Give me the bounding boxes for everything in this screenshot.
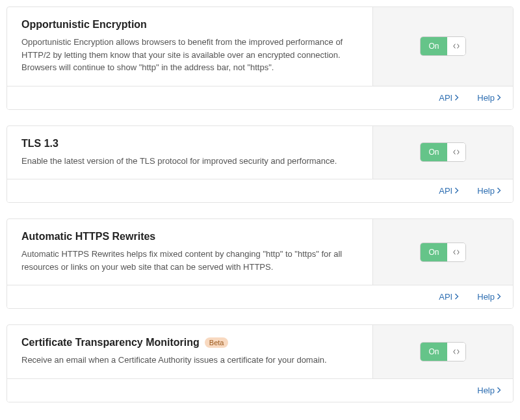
setting-description: Automatic HTTPS Rewrites helps fix mixed…	[21, 248, 358, 273]
caret-right-icon	[454, 93, 459, 103]
caret-right-icon	[497, 93, 501, 103]
setting-card: Automatic HTTPS RewritesAutomatic HTTPS …	[6, 218, 514, 309]
api-link-label: API	[439, 186, 452, 196]
setting-title-text: TLS 1.3	[21, 138, 58, 150]
setting-title-text: Automatic HTTPS Rewrites	[21, 231, 155, 243]
card-footer: APIHelp	[7, 285, 513, 308]
toggle-switch[interactable]: On	[420, 142, 465, 162]
setting-title: Opportunistic Encryption	[21, 19, 358, 31]
toggle-on-label: On	[421, 343, 447, 361]
toggle-arrows-icon	[447, 37, 465, 55]
card-footer: APIHelp	[7, 179, 513, 202]
api-link[interactable]: API	[439, 93, 459, 103]
setting-card: Opportunistic EncryptionOpportunistic En…	[6, 7, 514, 110]
toggle-switch[interactable]: On	[420, 243, 465, 262]
caret-right-icon	[497, 292, 501, 302]
toggle-arrows-icon	[447, 143, 465, 161]
setting-title: TLS 1.3	[21, 138, 358, 150]
card-footer: Help	[7, 378, 513, 402]
toggle-on-label: On	[421, 243, 447, 261]
toggle-arrows-icon	[447, 243, 465, 261]
api-link-label: API	[439, 292, 452, 302]
setting-description: Opportunistic Encryption allows browsers…	[21, 36, 358, 74]
help-link[interactable]: Help	[477, 186, 501, 196]
toggle-arrows-icon	[447, 343, 465, 361]
caret-right-icon	[497, 386, 501, 395]
toggle-on-label: On	[421, 37, 447, 55]
help-link-label: Help	[477, 93, 495, 103]
help-link-label: Help	[477, 186, 495, 196]
setting-description: Receive an email when a Certificate Auth…	[21, 354, 358, 367]
toggle-switch[interactable]: On	[420, 36, 465, 56]
card-footer: APIHelp	[7, 86, 513, 109]
caret-right-icon	[454, 292, 459, 302]
setting-title: Automatic HTTPS Rewrites	[21, 231, 358, 243]
setting-description: Enable the latest version of the TLS pro…	[21, 155, 358, 168]
setting-title: Certificate Transparency MonitoringBeta	[21, 337, 358, 348]
help-link[interactable]: Help	[477, 292, 501, 302]
setting-title-text: Certificate Transparency Monitoring	[21, 337, 200, 348]
caret-right-icon	[497, 186, 501, 196]
help-link-label: Help	[477, 292, 495, 302]
setting-card: TLS 1.3Enable the latest version of the …	[6, 125, 514, 203]
beta-badge: Beta	[205, 337, 229, 348]
api-link[interactable]: API	[439, 186, 459, 196]
api-link[interactable]: API	[439, 292, 459, 302]
toggle-switch[interactable]: On	[420, 342, 465, 361]
caret-right-icon	[454, 186, 459, 196]
help-link[interactable]: Help	[477, 93, 501, 103]
setting-title-text: Opportunistic Encryption	[21, 19, 147, 31]
setting-card: Certificate Transparency MonitoringBetaR…	[6, 324, 514, 402]
help-link-label: Help	[477, 386, 495, 395]
toggle-on-label: On	[421, 143, 447, 161]
api-link-label: API	[439, 93, 452, 103]
help-link[interactable]: Help	[477, 386, 501, 395]
